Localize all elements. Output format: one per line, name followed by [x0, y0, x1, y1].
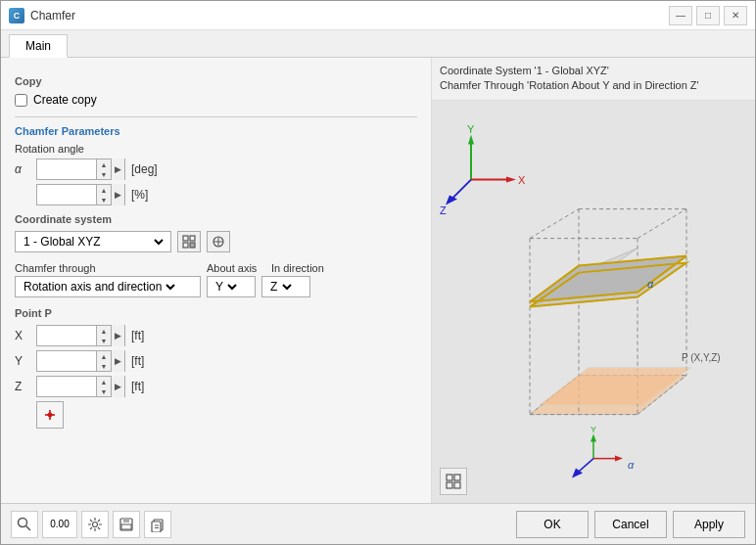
svg-point-55 — [19, 518, 27, 526]
chamfer-through-select[interactable]: Rotation axis and direction — [20, 277, 178, 296]
x-spinbox-buttons: ▲ ▼ — [96, 326, 111, 345]
percent-input[interactable]: 21.26 — [37, 185, 96, 204]
z-spinbox-buttons: ▲ ▼ — [96, 377, 111, 396]
percent-spinbox[interactable]: 21.26 ▲ ▼ ▶ — [36, 184, 125, 205]
copy-section: Copy Create copy — [15, 75, 417, 107]
z-spinbox[interactable]: -11.48 ▲ ▼ ▶ — [36, 376, 125, 397]
in-direction-select-wrapper[interactable]: X Y Z — [261, 276, 310, 297]
view-info-line1: Coordinate System '1 - Global XYZ' — [440, 64, 747, 78]
angle-up-button[interactable]: ▲ — [97, 159, 111, 169]
through-selects-row: Rotation axis and direction X Y Z X — [15, 276, 417, 297]
svg-rect-52 — [454, 475, 460, 480]
value-display-button[interactable]: 0.00 — [42, 511, 77, 538]
apply-button[interactable]: Apply — [673, 511, 745, 538]
y-down-button[interactable]: ▼ — [97, 361, 111, 371]
save-tool-button[interactable] — [113, 511, 140, 538]
copy-label: Copy — [15, 75, 417, 87]
alpha-label: α — [15, 162, 30, 176]
z-dropdown-button[interactable]: ▶ — [111, 376, 124, 397]
3d-scene-svg: Y X Z — [432, 101, 755, 503]
x-down-button[interactable]: ▼ — [97, 336, 111, 345]
y-up-button[interactable]: ▲ — [97, 351, 111, 361]
view-info-line2: Chamfer Through 'Rotation About Y and in… — [440, 78, 747, 93]
view-info: Coordinate System '1 - Global XYZ' Chamf… — [432, 58, 755, 101]
create-copy-row: Create copy — [15, 93, 417, 107]
percent-up-button[interactable]: ▲ — [97, 185, 111, 195]
chamfer-params-section: Chamfer Parameters Rotation angle α 12.0… — [15, 125, 417, 205]
chamfer-through-col-label: Chamfer through — [15, 262, 201, 274]
angle-spinbox[interactable]: 12.00 ▲ ▼ ▶ — [36, 159, 125, 180]
alpha-row: α 12.00 ▲ ▼ ▶ [deg] — [15, 159, 417, 180]
z-down-button[interactable]: ▼ — [97, 386, 111, 396]
point-p-section: Point P X 16.40 ▲ ▼ ▶ [ft] — [15, 307, 417, 429]
maximize-button[interactable]: □ — [696, 6, 720, 25]
angle-down-button[interactable]: ▼ — [97, 169, 111, 179]
divider-1 — [15, 116, 417, 117]
y-axis-label: Y — [15, 354, 30, 368]
svg-text:α: α — [647, 277, 654, 289]
svg-line-56 — [26, 525, 31, 530]
coord-system-row: 1 - Global XYZ — [15, 231, 417, 252]
percent-dropdown-button[interactable]: ▶ — [111, 184, 124, 205]
x-dropdown-button[interactable]: ▶ — [111, 325, 124, 346]
chamfer-params-label: Chamfer Parameters — [15, 125, 417, 137]
about-axis-select[interactable]: X Y Z — [212, 277, 240, 296]
in-direction-select[interactable]: X Y Z — [266, 277, 295, 296]
coord-system-label: Coordinate system — [15, 213, 417, 225]
y-spinbox-buttons: ▲ ▼ — [96, 351, 111, 371]
svg-text:Y: Y — [467, 122, 475, 134]
z-up-button[interactable]: ▲ — [97, 377, 111, 386]
chamfer-through-select-wrapper[interactable]: Rotation axis and direction — [15, 276, 201, 297]
percent-row: 21.26 ▲ ▼ ▶ [%] — [15, 184, 417, 205]
about-axis-col-label: About axis — [207, 262, 265, 274]
svg-text:Y: Y — [591, 424, 596, 433]
through-labels-row: Chamfer through About axis In direction — [15, 262, 417, 274]
about-axis-select-wrapper[interactable]: X Y Z — [207, 276, 256, 297]
title-bar-left: C Chamfer — [9, 8, 75, 23]
title-bar: C Chamfer — □ ✕ — [1, 1, 755, 30]
angle-unit: [deg] — [131, 162, 158, 176]
pick-point-button[interactable] — [36, 401, 64, 429]
coord-system-select[interactable]: 1 - Global XYZ — [20, 232, 166, 251]
search-tool-button[interactable] — [11, 511, 38, 538]
angle-input[interactable]: 12.00 — [37, 159, 96, 179]
tab-main[interactable]: Main — [9, 34, 68, 58]
svg-rect-1 — [190, 236, 195, 241]
y-input[interactable]: -19.69 — [37, 351, 96, 371]
bottom-bar: 0.00 — [1, 503, 755, 544]
point-z-row: Z -11.48 ▲ ▼ ▶ [ft] — [15, 376, 417, 397]
svg-rect-51 — [447, 475, 452, 480]
right-panel: Coordinate System '1 - Global XYZ' Chamf… — [432, 58, 755, 503]
point-x-row: X 16.40 ▲ ▼ ▶ [ft] — [15, 325, 417, 346]
z-input[interactable]: -11.48 — [37, 377, 96, 396]
cancel-button[interactable]: Cancel — [594, 511, 667, 538]
angle-dropdown-button[interactable]: ▶ — [111, 159, 124, 180]
percent-down-button[interactable]: ▼ — [97, 195, 111, 204]
pick-point-row — [15, 401, 417, 429]
y-dropdown-button[interactable]: ▶ — [111, 350, 124, 372]
create-copy-checkbox[interactable] — [15, 94, 27, 107]
settings-tool-button[interactable] — [81, 511, 109, 538]
view-icon-button[interactable] — [440, 468, 467, 495]
clipboard-tool-button[interactable] — [144, 511, 171, 538]
tab-bar: Main — [1, 30, 755, 58]
x-input[interactable]: 16.40 — [37, 326, 96, 345]
ok-button[interactable]: OK — [516, 511, 589, 538]
in-direction-col-label: In direction — [271, 262, 324, 274]
coord-system-icon-btn-1[interactable] — [177, 231, 201, 252]
svg-rect-54 — [454, 482, 460, 488]
value-display-text: 0.00 — [50, 519, 69, 529]
angle-spinbox-buttons: ▲ ▼ — [96, 159, 111, 179]
svg-text:X: X — [518, 173, 526, 185]
y-spinbox[interactable]: -19.69 ▲ ▼ ▶ — [36, 350, 125, 372]
coord-system-select-wrapper[interactable]: 1 - Global XYZ — [15, 231, 171, 252]
coord-system-icon-btn-2[interactable] — [207, 231, 230, 252]
x-up-button[interactable]: ▲ — [97, 326, 111, 336]
svg-text:P (X,Y,Z): P (X,Y,Z) — [682, 351, 721, 362]
svg-rect-0 — [183, 236, 188, 241]
close-button[interactable]: ✕ — [724, 6, 747, 25]
left-panel: Copy Create copy Chamfer Parameters Rota… — [1, 58, 432, 503]
rotation-angle-label: Rotation angle — [15, 143, 417, 155]
minimize-button[interactable]: — — [669, 6, 692, 25]
x-spinbox[interactable]: 16.40 ▲ ▼ ▶ — [36, 325, 125, 346]
